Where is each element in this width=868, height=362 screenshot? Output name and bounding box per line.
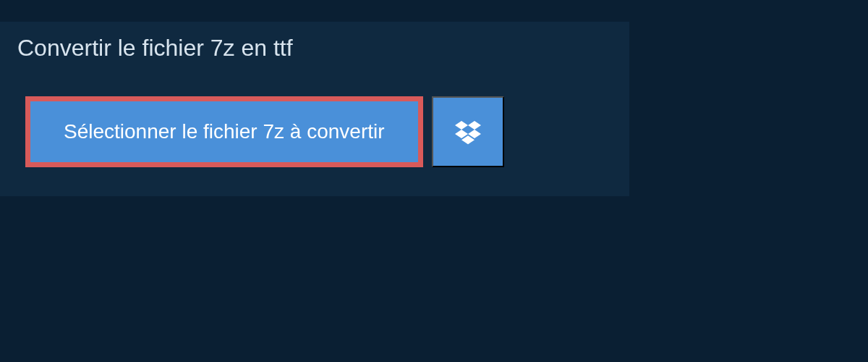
- converter-panel: Convertir le fichier 7z en ttf Sélection…: [0, 22, 629, 196]
- dropbox-button[interactable]: [432, 96, 504, 167]
- page-title: Convertir le fichier 7z en ttf: [17, 35, 293, 61]
- button-row: Sélectionner le fichier 7z à convertir: [0, 75, 629, 196]
- title-bar: Convertir le fichier 7z en ttf: [0, 22, 310, 75]
- select-file-button[interactable]: Sélectionner le fichier 7z à convertir: [25, 96, 423, 167]
- dropbox-icon: [455, 119, 481, 145]
- select-file-label: Sélectionner le fichier 7z à convertir: [64, 120, 385, 143]
